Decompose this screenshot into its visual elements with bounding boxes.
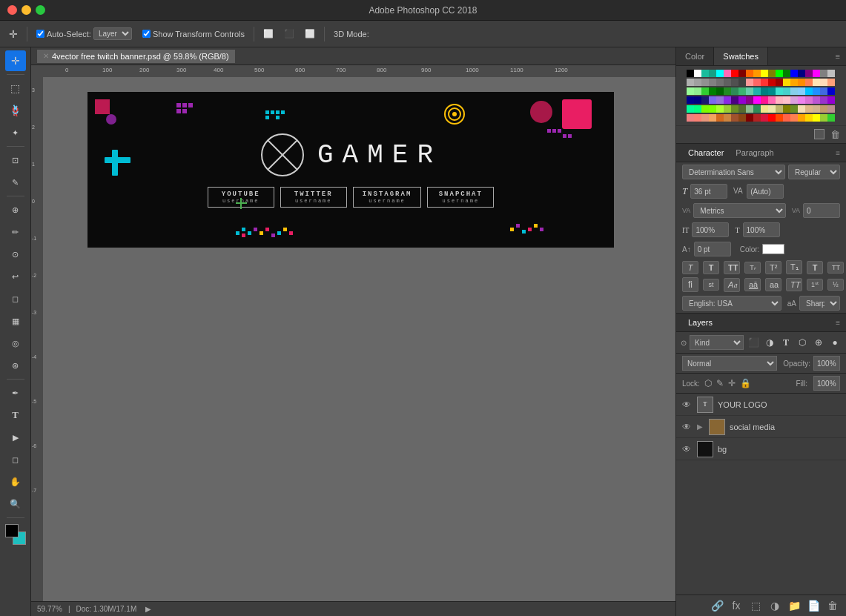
eraser-btn[interactable]: ◻	[5, 288, 26, 309]
layers-kind-select[interactable]: Kind	[690, 335, 744, 350]
swatch-6-2[interactable]	[694, 114, 701, 122]
color-tab[interactable]: Color	[676, 47, 714, 65]
swatch-3-1[interactable]	[687, 87, 694, 95]
swatch-5-6[interactable]	[724, 105, 731, 113]
swatch-3-13[interactable]	[776, 87, 783, 95]
swatch-6-7[interactable]	[731, 114, 738, 122]
swatch-3-20[interactable]	[827, 87, 835, 95]
swatch-teal[interactable]	[701, 70, 709, 77]
swatch-2-20[interactable]	[827, 79, 835, 86]
anti-alias-select[interactable]: Sharp	[799, 296, 840, 311]
opacity-input[interactable]	[813, 356, 840, 371]
layer-filter-toggle[interactable]: ●	[828, 336, 842, 349]
swatch-3-18[interactable]	[813, 87, 820, 95]
swatch-4-3[interactable]	[701, 96, 709, 104]
blend-mode-select[interactable]: Normal	[682, 356, 777, 371]
align-right-btn[interactable]: ⬜	[302, 27, 318, 40]
swatch-6-5[interactable]	[716, 114, 724, 122]
layer-filter-pixel[interactable]: ⬛	[747, 336, 760, 349]
swatch-6-3[interactable]	[701, 114, 709, 122]
swatch-5-18[interactable]	[813, 105, 820, 113]
swatch-blue[interactable]	[790, 70, 798, 77]
swatch-6-4[interactable]	[709, 114, 716, 122]
swatch-5-14[interactable]	[783, 105, 790, 113]
swatch-6-19[interactable]	[820, 114, 827, 122]
swatch-5-1[interactable]	[687, 105, 694, 113]
swatch-3-14[interactable]	[783, 87, 790, 95]
swatch-5-16[interactable]	[798, 105, 805, 113]
minimize-button[interactable]	[22, 5, 31, 15]
swatch-6-20[interactable]	[827, 114, 835, 122]
style-btn2[interactable]: st	[703, 279, 719, 291]
swatch-6-9[interactable]	[746, 114, 753, 122]
swatch-5-17[interactable]	[805, 105, 813, 113]
style-btn5[interactable]: aa	[765, 278, 781, 291]
swatch-4-11[interactable]	[761, 96, 768, 104]
layer-eye-social[interactable]: 👁	[682, 422, 693, 432]
swatch-5-12[interactable]	[768, 105, 776, 113]
lock-transparent-btn[interactable]: ⬡	[704, 378, 712, 388]
swatch-4-16[interactable]	[798, 96, 805, 104]
swatch-6-18[interactable]	[813, 114, 820, 122]
swatch-5-8[interactable]	[738, 105, 746, 113]
swatch-3-19[interactable]	[820, 87, 827, 95]
fill-input[interactable]	[813, 376, 840, 391]
swatch-2-1[interactable]	[687, 79, 694, 86]
swatch-4-4[interactable]	[709, 96, 716, 104]
swatch-2-10[interactable]	[753, 79, 761, 86]
swatch-6-12[interactable]	[768, 114, 776, 122]
style-btn7[interactable]: 1ˢᵗ	[807, 279, 823, 291]
brush-btn[interactable]: ✏	[5, 222, 26, 242]
swatch-3-11[interactable]	[761, 87, 768, 95]
font-size-input[interactable]	[690, 184, 727, 199]
close-button[interactable]	[7, 5, 17, 15]
swatch-black[interactable]	[687, 70, 694, 77]
swatches-tab[interactable]: Swatches	[714, 47, 768, 65]
layer-filter-type[interactable]: T	[779, 336, 793, 349]
color-panel-menu[interactable]: ≡	[830, 47, 846, 65]
doc-size-arrow[interactable]: ▶	[145, 605, 151, 613]
swatch-6-1[interactable]	[687, 114, 694, 122]
swatch-5-9[interactable]	[746, 105, 753, 113]
swatch-2-17[interactable]	[805, 79, 813, 86]
ligature-btn[interactable]: fi	[682, 277, 698, 292]
swatch-green[interactable]	[783, 70, 790, 77]
auto-select-dropdown[interactable]: Layer	[93, 27, 132, 40]
swatch-4-15[interactable]	[790, 96, 798, 104]
type-tool-btn[interactable]: T	[5, 405, 26, 425]
swatch-orange[interactable]	[746, 70, 753, 77]
color-swatches[interactable]	[5, 524, 26, 545]
swatch-2-19[interactable]	[820, 79, 827, 86]
gradient-btn[interactable]: ▦	[5, 311, 26, 331]
layer-mask-btn[interactable]: ⬚	[748, 598, 763, 613]
swatch-3-8[interactable]	[738, 87, 746, 95]
swatch-4-2[interactable]	[694, 96, 701, 104]
swatch-4-18[interactable]	[813, 96, 820, 104]
swatch-2-6[interactable]	[724, 79, 731, 86]
layer-your-logo[interactable]: 👁 T YOUR LOGO	[676, 394, 846, 416]
dodge-btn[interactable]: ⊛	[5, 355, 26, 376]
kerning-select[interactable]: Metrics	[693, 203, 785, 218]
blur-btn[interactable]: ◎	[5, 333, 26, 354]
swatch-2-3[interactable]	[701, 79, 709, 86]
swatch-4-20[interactable]	[827, 96, 835, 104]
swatch-2-12[interactable]	[768, 79, 776, 86]
swatch-cyan[interactable]	[716, 70, 724, 77]
spot-heal-btn[interactable]: ⊕	[5, 199, 26, 220]
scale-h-input[interactable]	[743, 222, 780, 237]
swatch-6-16[interactable]	[798, 114, 805, 122]
swatch-4-12[interactable]	[768, 96, 776, 104]
show-transform-toggle[interactable]: Show Transform Controls	[139, 28, 248, 40]
layer-folder-btn[interactable]: 📁	[787, 598, 802, 613]
rect-shape-btn[interactable]: ◻	[5, 449, 26, 470]
tracking-input[interactable]	[803, 203, 840, 218]
swatch-3-17[interactable]	[805, 87, 813, 95]
layer-arrow-social[interactable]: ▶	[697, 423, 703, 431]
swatch-3-16[interactable]	[798, 87, 805, 95]
swatch-4-10[interactable]	[753, 96, 761, 104]
swatch-navy[interactable]	[798, 70, 805, 77]
baseline-input[interactable]	[694, 242, 731, 256]
swatch-maroon[interactable]	[738, 70, 746, 77]
swatch-white[interactable]	[694, 70, 701, 77]
move-tool[interactable]: ✛	[6, 27, 21, 42]
